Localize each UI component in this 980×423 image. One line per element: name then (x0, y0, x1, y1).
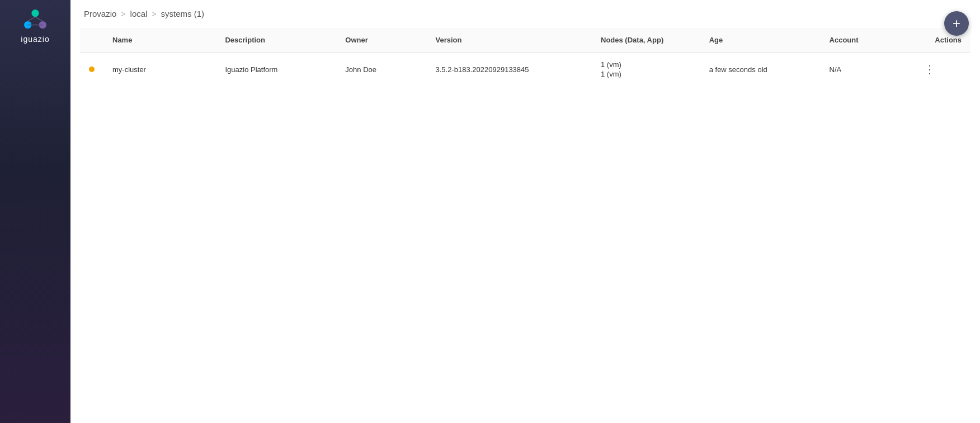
sidebar: iguazio (0, 0, 70, 423)
table-body: my-cluster Iguazio Platform John Doe 3.5… (80, 53, 971, 87)
row-name-cell: my-cluster (103, 53, 216, 87)
breadcrumb-local[interactable]: local (130, 9, 148, 18)
breadcrumb-sep-1: > (121, 9, 125, 18)
row-status-cell (80, 53, 104, 87)
row-owner-cell: John Doe (336, 53, 426, 87)
row-version-cell: 3.5.2-b183.20220929133845 (427, 53, 592, 87)
col-age: Age (700, 28, 821, 53)
svg-line-3 (28, 17, 35, 21)
row-age-cell: a few seconds old (700, 53, 821, 87)
col-version: Version (427, 28, 592, 53)
row-actions-button[interactable]: ⋮ (920, 60, 940, 78)
col-nodes: Nodes (Data, App) (592, 28, 700, 53)
table-header: Name Description Owner Version Nodes (Da… (80, 28, 971, 53)
col-status (80, 28, 104, 53)
logo-text: iguazio (21, 35, 49, 44)
status-dot-warning (89, 66, 95, 72)
col-account: Account (821, 28, 911, 53)
nodes-text: 1 (vm) 1 (vm) (601, 60, 691, 78)
cluster-version: 3.5.2-b183.20220929133845 (436, 65, 529, 74)
breadcrumb-provazio[interactable]: Provazio (84, 9, 116, 18)
nodes-line-1: 1 (vm) (601, 60, 691, 69)
breadcrumb-sep-2: > (152, 9, 156, 18)
logo-container: iguazio (21, 9, 50, 44)
header-row: Name Description Owner Version Nodes (Da… (80, 28, 971, 53)
cluster-account: N/A (830, 65, 842, 74)
breadcrumb: Provazio > local > systems (1) (70, 0, 980, 27)
systems-table: Name Description Owner Version Nodes (Da… (79, 27, 971, 87)
cluster-age: a few seconds old (709, 65, 767, 74)
svg-point-0 (31, 9, 39, 17)
table-row: my-cluster Iguazio Platform John Doe 3.5… (80, 53, 971, 87)
main-content: Provazio > local > systems (1) Name Desc… (70, 0, 980, 423)
col-owner: Owner (336, 28, 426, 53)
svg-line-4 (35, 17, 43, 21)
add-system-button[interactable]: + (944, 11, 969, 36)
systems-table-container: Name Description Owner Version Nodes (Da… (70, 27, 980, 423)
cluster-name[interactable]: my-cluster (112, 65, 146, 74)
nodes-line-2: 1 (vm) (601, 70, 691, 78)
col-description: Description (216, 28, 336, 53)
cluster-description: Iguazio Platform (225, 65, 277, 74)
breadcrumb-systems: systems (1) (161, 9, 205, 18)
col-name: Name (103, 28, 216, 53)
iguazio-logo-icon (21, 9, 50, 31)
row-nodes-cell: 1 (vm) 1 (vm) (592, 53, 700, 87)
row-description-cell: Iguazio Platform (216, 53, 336, 87)
row-account-cell: N/A (821, 53, 911, 87)
row-actions-cell: ⋮ (911, 53, 971, 87)
cluster-owner: John Doe (345, 65, 376, 74)
